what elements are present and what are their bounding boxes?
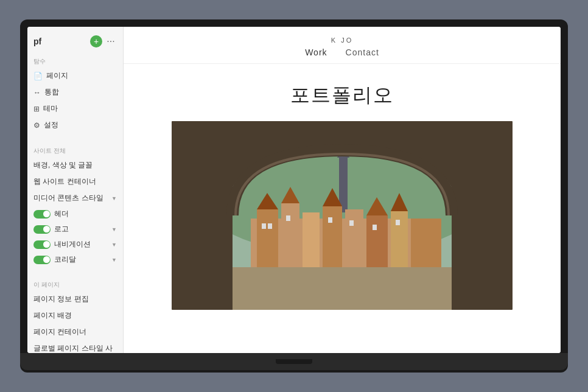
main-content: K JO Work Contact 포트폴리오 <box>124 27 561 353</box>
sidebar-item-page-bg[interactable]: 페이지 배경 <box>27 307 123 324</box>
page-section-label: 이 페이지 <box>27 277 123 291</box>
nav-section-label: 탐수 <box>27 54 123 68</box>
settings-icon: ⚙ <box>33 121 40 130</box>
sidebar-item-settings[interactable]: ⚙ 설정 <box>27 117 123 133</box>
svg-rect-44 <box>373 225 377 230</box>
chevron-down-icon: ▼ <box>111 195 117 201</box>
sidebar-item-settings-label: 설정 <box>44 120 58 130</box>
svg-rect-42 <box>328 217 332 223</box>
sidebar-item-media-style[interactable]: 미디어 콘텐츠 스타일 ▼ <box>27 190 123 206</box>
nav-chevron-icon: ▼ <box>111 242 117 248</box>
hero-image <box>172 121 513 310</box>
corridor-chevron-icon: ▼ <box>111 257 117 263</box>
svg-rect-39 <box>262 223 266 229</box>
sidebar-item-page-info[interactable]: 페이지 정보 편집 <box>27 291 123 307</box>
svg-rect-47 <box>172 121 233 310</box>
site-nav: Work Contact <box>136 47 548 57</box>
theme-icon: ⊞ <box>33 105 40 113</box>
navigation-toggle[interactable] <box>33 240 51 249</box>
page-body: 포트폴리오 <box>124 64 561 353</box>
site-section-label: 사이트 전체 <box>27 143 123 157</box>
page-icon: 📄 <box>33 72 43 80</box>
sidebar-item-website-container[interactable]: 웹 사이트 컨테이너 <box>27 173 123 190</box>
sidebar-item-page[interactable]: 📄 페이지 <box>27 68 123 84</box>
sidebar-item-page-label: 페이지 <box>46 71 68 81</box>
nav-link-work[interactable]: Work <box>305 47 327 57</box>
svg-rect-45 <box>396 220 400 225</box>
svg-rect-48 <box>452 121 513 310</box>
logo-toggle[interactable] <box>33 225 51 234</box>
sidebar-item-bg-color-font[interactable]: 배경, 색상 및 글꼴 <box>27 157 123 173</box>
laptop-bottom <box>20 353 568 370</box>
sidebar-item-integration[interactable]: ↔ 통합 <box>27 84 123 100</box>
toggle-row-navigation: 내비게이션 ▼ <box>27 237 123 252</box>
site-header: K JO Work Contact <box>124 27 561 64</box>
toggle-row-logo: 로고 ▼ <box>27 222 123 237</box>
sidebar-item-theme-label: 테마 <box>43 103 58 114</box>
laptop-notch <box>276 359 312 364</box>
svg-rect-43 <box>349 220 354 226</box>
sidebar-item-global-style[interactable]: 글로벌 페이지 스타일 사용 <box>27 340 123 353</box>
svg-rect-40 <box>268 223 272 229</box>
integration-icon: ↔ <box>33 88 41 97</box>
screen: pf + ··· 탐수 📄 페이지 ↔ 통합 ⊞ 테마 ⚙ <box>27 27 561 353</box>
laptop-frame: pf + ··· 탐수 📄 페이지 ↔ 통합 ⊞ 테마 ⚙ <box>20 19 568 373</box>
sidebar-logo: pf <box>33 37 41 46</box>
sidebar-item-page-container[interactable]: 페이지 컨테이너 <box>27 324 123 340</box>
sidebar-header: pf + ··· <box>27 33 123 54</box>
toggle-row-corridor: 코리달 ▼ <box>27 252 123 267</box>
nav-link-contact[interactable]: Contact <box>346 47 379 57</box>
sidebar: pf + ··· 탐수 📄 페이지 ↔ 통합 ⊞ 테마 ⚙ <box>27 27 124 353</box>
logo-chevron-icon: ▼ <box>111 226 117 233</box>
svg-rect-41 <box>286 215 290 221</box>
more-button[interactable]: ··· <box>105 35 117 47</box>
svg-rect-46 <box>226 267 458 310</box>
sidebar-header-icons: + ··· <box>90 35 117 47</box>
page-title: 포트폴리오 <box>290 82 394 109</box>
corridor-toggle[interactable] <box>33 256 51 264</box>
site-brand: K JO <box>136 37 548 44</box>
add-button[interactable]: + <box>90 35 102 47</box>
sidebar-item-theme[interactable]: ⊞ 테마 <box>27 100 123 117</box>
toggle-row-header: 헤더 <box>27 206 123 222</box>
sidebar-item-integration-label: 통합 <box>44 87 59 97</box>
header-toggle[interactable] <box>33 210 51 219</box>
